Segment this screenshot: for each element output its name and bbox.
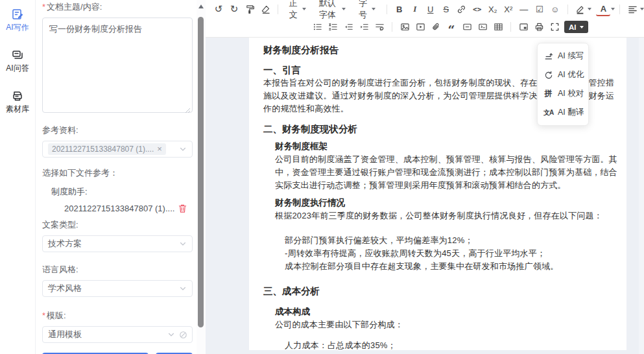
delete-file-icon[interactable] [178,204,187,213]
line-break-icon[interactable] [372,20,387,34]
table-icon[interactable] [491,20,505,34]
toolbar-separator [392,22,392,32]
toolbar-separator [387,5,387,14]
chevron-down-icon [372,8,376,10]
sidebar-item-label: 素材库 [0,104,35,115]
font-family-select[interactable]: 默认字体 [315,2,350,16]
ai-writing-app: AI写作 AI问答 素材库 *文档主题/内容: 写一份财务制度分析报告 参考资料… [0,0,644,354]
writing-form-panel: *文档主题/内容: 写一份财务制度分析报告 参考资料: 202112271513… [36,0,197,354]
bullet-list-icon[interactable] [310,20,324,34]
underline-button[interactable]: U [423,2,438,16]
horizontal-rule-button[interactable]: — [517,2,531,16]
sidebar-item-ai-writing[interactable]: AI写作 [0,8,35,33]
ai-menu-item-label: AI 翻译 [558,107,584,118]
ai-writing-icon [11,8,24,21]
bold-button[interactable]: B [392,2,407,16]
video-icon[interactable] [413,20,427,34]
template-select[interactable]: 通用模板 [42,326,193,343]
link-icon[interactable] [455,2,469,16]
print-icon[interactable] [532,20,546,34]
ordered-list-icon[interactable] [326,20,340,34]
inline-code-button[interactable]: <> [470,2,484,16]
strikethrough-button[interactable]: S [439,2,453,16]
image-icon[interactable] [398,20,412,34]
italic-button[interactable]: I [408,2,422,16]
ai-qa-icon [11,49,24,62]
sidebar-item-label: AI问答 [0,63,35,74]
toolbar-separator [278,5,278,14]
required-marker: * [42,311,45,320]
language-style-select[interactable]: 学术风格 [42,280,193,297]
doc-heading: 财务制度框架 [263,140,621,153]
topic-textarea[interactable]: 写一份财务制度分析报告 [42,18,193,113]
doc-paragraph: 根据2023年前三季度的财务数据，公司整体财务制度执行情况良好，但存在以下问题： [263,209,621,222]
toolbar-separator [567,5,568,14]
sidebar-item-material-library[interactable]: 素材库 [0,89,35,115]
doc-paragraph: 公司的成本主要由以下部分构成： [263,318,621,331]
chevron-down-icon [179,240,187,248]
chevron-down-icon [342,8,346,10]
material-library-icon [11,89,24,102]
chevron-down-icon[interactable] [588,8,591,10]
file-reference-label: 选择如下文件参考： [42,167,193,179]
ai-menu-item-continue[interactable]: AI 续写 [538,47,588,65]
assistant-label: 制度助手: [42,186,193,198]
doc-paragraph: 人力成本：占总成本的35%； [263,339,621,350]
font-color-button[interactable]: A [596,2,610,16]
task-checkbox-icon[interactable]: ☑ [532,2,547,16]
outdent-icon[interactable] [341,20,355,34]
doc-paragraph: 成本控制在部分项目中存在超支现象，主要集中在研发和市场推广领域。 [263,260,621,273]
ai-menu-item-optimize[interactable]: AI 优化 [538,65,588,84]
tag-close-icon[interactable]: × [157,146,162,152]
doc-paragraph: 部分部门预算执行偏差较大，平均偏差率为12%； [263,234,621,247]
chevron-down-icon [302,8,306,10]
scroll-up-icon[interactable] [198,5,204,8]
undo-icon[interactable]: ↺ [211,2,226,16]
code-block-icon[interactable] [475,20,490,34]
ai-menu-item-label: AI 校对 [558,88,584,99]
emoji-icon[interactable]: ☺ [548,2,562,16]
reference-tag-text: 2021122715133847807 (1).... [52,145,154,154]
reference-select[interactable]: 2021122715133847807 (1).... × [42,141,193,158]
toolbar-row-1: ↺ ↻ 正文 默认字体 字号 B [206,0,644,18]
superscript-button[interactable]: X² [501,2,516,16]
copy-type-value: 技术方案 [48,238,179,250]
indent-icon[interactable] [357,20,371,34]
panel-scrollbar[interactable] [197,0,206,354]
reference-label: 参考资料: [42,124,193,136]
file-name: 2021122715133847807 (1).... [64,204,178,213]
eraser-icon[interactable] [258,2,272,16]
embed-card-icon[interactable] [516,20,531,34]
chevron-down-icon[interactable] [611,8,615,10]
divider-block-icon[interactable] [460,20,474,34]
copy-type-select[interactable]: 技术方案 [42,235,193,252]
proofread-icon: 拼 [543,89,553,99]
scrollbar-thumb[interactable] [198,17,204,327]
resize-handle-icon[interactable] [185,105,191,111]
paragraph-style-select[interactable]: 正文 [285,2,311,16]
highlight-pen-icon[interactable] [573,2,587,16]
ai-menu-item-label: AI 续写 [558,51,584,62]
subscript-button[interactable]: X₂ [486,2,500,16]
chevron-down-icon[interactable] [640,8,644,10]
blockquote-icon[interactable]: “ [444,20,459,34]
attachment-icon[interactable] [429,20,443,34]
toolbar-row-2: “ [206,18,644,36]
sidebar-item-label: AI写作 [0,22,35,33]
format-painter-icon[interactable] [243,2,257,16]
redo-icon[interactable]: ↻ [227,2,241,16]
font-size-select[interactable]: 字号 [354,2,380,16]
optimize-icon [543,70,553,80]
toolbar-separator [619,5,620,14]
chevron-down-icon [179,285,187,292]
ai-menu-item-proofread[interactable]: 拼 AI 校对 [538,84,588,103]
language-style-label: 语言风格: [42,264,193,276]
fullscreen-icon[interactable] [547,20,562,34]
ai-menu-button[interactable]: AI [564,21,588,33]
editor-scrollbar-track[interactable] [639,38,644,354]
sidebar-item-ai-qa[interactable]: AI问答 [0,49,35,74]
editor-toolbar: ↺ ↻ 正文 默认字体 字号 B [206,0,644,38]
ai-menu-item-translate[interactable]: 文A AI 翻译 [538,103,588,122]
doc-paragraph: -周转效率有待提高，应收账款周转天数为45天，高于行业平均水平； [263,247,621,260]
align-icon[interactable] [625,2,639,16]
